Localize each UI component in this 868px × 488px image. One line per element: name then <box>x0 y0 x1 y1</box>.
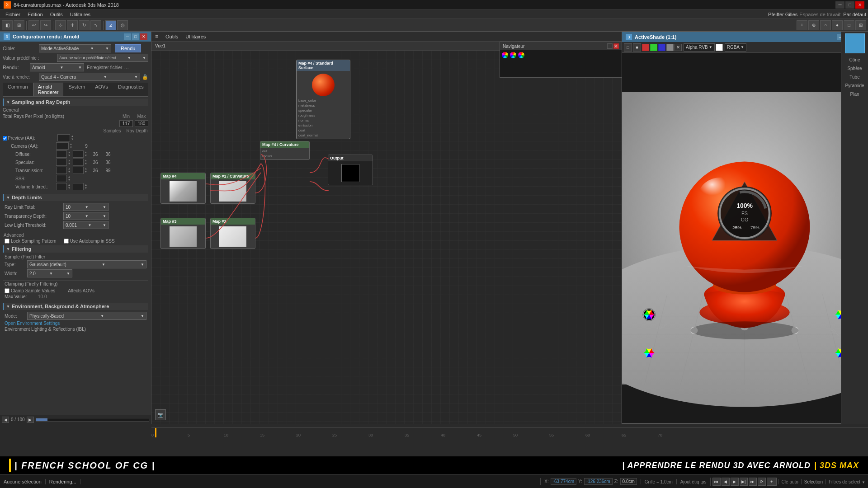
color-picker-2[interactable] <box>510 52 516 58</box>
skip-end-btn[interactable]: ⏭ <box>749 478 757 486</box>
menu-outils[interactable]: Outils <box>47 10 66 19</box>
toolbar-right-6[interactable]: ⊞ <box>855 20 866 30</box>
config-maximize-btn[interactable]: □ <box>132 33 139 40</box>
width-dropdown[interactable]: 2.0 ▼ <box>27 269 72 277</box>
node-canvas[interactable]: Map #4 / Standard Surface base_color met… <box>151 51 622 424</box>
as-alpha-btn[interactable] <box>666 44 674 51</box>
ray-limit-dropdown[interactable]: 10 ▼ <box>63 203 108 211</box>
sec-menu-utilitaires[interactable]: Utilitaires <box>185 34 206 39</box>
camera-spinner[interactable]: ▲▼ <box>69 143 73 149</box>
color-picker-1[interactable] <box>502 52 508 58</box>
view-dropdown[interactable]: Quad 4 - Camera ▼ <box>39 73 140 81</box>
volume-s2[interactable]: 0 <box>73 183 84 190</box>
tab-commun[interactable]: Commun <box>3 83 33 96</box>
menu-edition[interactable]: Edition <box>24 10 47 19</box>
toolbar-btn-4[interactable]: ↪ <box>40 20 51 30</box>
toolbar-right-3[interactable]: ○ <box>820 20 831 30</box>
shape-tube[interactable]: Tube <box>841 73 868 81</box>
as-blue-btn[interactable] <box>658 44 665 51</box>
material-node-main[interactable]: Map #4 / Standard Surface base_color met… <box>296 60 350 139</box>
as-tb-2[interactable]: ■ <box>633 43 641 52</box>
mode-dropdown[interactable]: Physically-Based ▼ <box>27 312 146 320</box>
toolbar-btn-2[interactable]: ⊞ <box>14 20 24 30</box>
minimize-button[interactable]: ─ <box>835 1 844 9</box>
small-node-1[interactable]: Map #4 <box>160 173 206 204</box>
diffuse-s1[interactable]: 2 <box>56 150 67 158</box>
tab-diagnostics[interactable]: Diagnostics <box>113 83 149 96</box>
tab-archive[interactable]: Archive <box>149 83 151 96</box>
shape-pyramid[interactable]: Pyramide <box>841 82 868 89</box>
maximize-button[interactable]: □ <box>845 1 854 9</box>
nav-btn-1[interactable] <box>607 43 613 49</box>
toolbar-rotate[interactable]: ↻ <box>79 20 90 30</box>
play-btn[interactable]: ▶ <box>731 478 739 486</box>
config-close-btn[interactable]: ✕ <box>140 33 147 40</box>
specular-s1-spinner[interactable]: ▲▼ <box>67 159 71 165</box>
sampling-section-header[interactable]: Sampling and Ray Depth <box>3 99 148 106</box>
close-button[interactable]: ✕ <box>855 1 864 9</box>
skip-start-btn[interactable]: ⏮ <box>712 478 721 486</box>
as-white-swatch[interactable] <box>716 44 723 51</box>
as-red-btn[interactable] <box>642 44 649 51</box>
preview-spinner[interactable]: ▲▼ <box>71 135 74 141</box>
menu-fichier[interactable]: Fichier <box>2 10 24 19</box>
filters-arrow[interactable]: ▼ <box>862 480 865 484</box>
depth-limits-header[interactable]: Depth Limits <box>3 194 148 201</box>
prev-btn[interactable]: ◀ <box>2 417 9 423</box>
toolbar-btn-1[interactable]: ◧ <box>2 20 13 30</box>
diffuse-s2-spinner[interactable]: ▲▼ <box>84 151 88 157</box>
tab-aovs[interactable]: AOVs <box>90 83 113 96</box>
small-node-2[interactable]: Map #1 / Curvature <box>210 173 255 204</box>
shape-plan[interactable]: Plan <box>841 90 868 98</box>
color-square[interactable] <box>845 33 865 53</box>
env-header[interactable]: Environment, Background & Atmosphere <box>3 303 148 310</box>
menu-utilitaires[interactable]: Utilitaires <box>66 10 94 19</box>
render-button[interactable]: Rendu <box>115 44 141 52</box>
add-key-btn[interactable]: + <box>767 478 777 486</box>
renderer-dropdown[interactable]: Arnold ▼ <box>30 63 84 71</box>
toolbar-right-5[interactable]: □ <box>844 20 854 30</box>
specular-s1[interactable]: 2 <box>56 159 67 166</box>
toolbar-btn-render[interactable]: ⊿ <box>105 20 116 30</box>
as-channel-dropdown[interactable]: Alpha RVB ▼ <box>684 43 715 52</box>
autobump-checkbox[interactable] <box>64 239 69 244</box>
sss-input[interactable]: 2 <box>56 175 67 182</box>
shape-cone[interactable]: Cône <box>841 56 868 64</box>
as-x-btn[interactable]: ✕ <box>675 44 682 51</box>
next-frame-btn[interactable]: ▶| <box>740 478 748 486</box>
nav-close[interactable]: ✕ <box>613 43 619 49</box>
transmission-s2-spinner[interactable]: ▲▼ <box>84 167 88 174</box>
toolbar-right-2[interactable]: ⊕ <box>808 20 819 30</box>
preview-input[interactable]: -3 <box>57 134 70 141</box>
sss-spinner[interactable]: ▲▼ <box>67 175 71 182</box>
curvature-node-1[interactable]: Map #4 / Curvature out radius <box>260 141 310 160</box>
transparency-dropdown[interactable]: 10 ▼ <box>63 212 108 220</box>
camera-nav-btn[interactable]: 📷 <box>155 409 166 420</box>
small-node-4[interactable]: Map #1 <box>210 218 255 249</box>
toolbar-right-4[interactable]: ● <box>832 20 843 30</box>
specular-s2-spinner[interactable]: ▲▼ <box>84 159 88 165</box>
as-green-btn[interactable] <box>650 44 657 51</box>
toolbar-right-1[interactable]: + <box>797 20 807 30</box>
low-light-dropdown[interactable]: 0.001 ▼ <box>63 221 108 229</box>
as-rgba-dropdown[interactable]: RGBA ▼ <box>725 43 746 52</box>
toolbar-btn-5[interactable]: ◎ <box>117 20 128 30</box>
toolbar-move[interactable]: ✛ <box>67 20 78 30</box>
next-btn[interactable]: ▶ <box>27 417 34 423</box>
save-icon[interactable]: … <box>124 65 129 70</box>
lock-sampling-checkbox[interactable] <box>5 239 9 244</box>
small-node-3[interactable]: Map #3 <box>160 218 206 249</box>
tab-system[interactable]: System <box>63 83 90 96</box>
open-env-label[interactable]: Open Environment Settings <box>5 321 146 326</box>
volume-s1[interactable]: 2 <box>56 183 67 190</box>
preview-checkbox[interactable] <box>3 136 7 141</box>
camera-input[interactable]: 3 <box>56 142 69 150</box>
output-node[interactable]: Output <box>328 155 373 185</box>
volume-s2-spinner[interactable]: ▲▼ <box>84 183 88 190</box>
filtering-header[interactable]: Filtering <box>3 245 148 253</box>
sec-tb-btn-1[interactable]: ≡ <box>155 33 158 40</box>
tab-arnold-renderer[interactable]: Arnold Renderer <box>33 83 64 96</box>
preset-dropdown[interactable]: Aucune valeur prédéfinie sélect ▼ <box>57 54 148 62</box>
transmission-s2[interactable]: 8 <box>73 167 84 174</box>
loop-btn[interactable]: ⟳ <box>758 478 766 486</box>
